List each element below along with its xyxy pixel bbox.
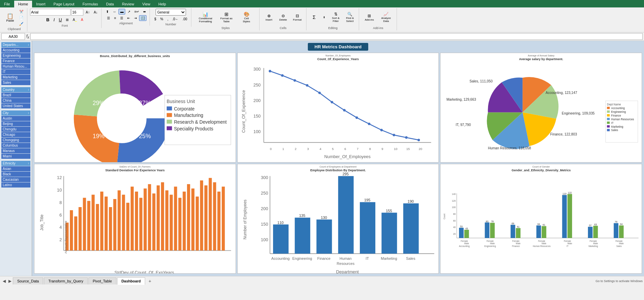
filter-manaus[interactable]: Manaus: [1, 148, 30, 153]
svg-text:9: 9: [381, 147, 383, 151]
filter-miami[interactable]: Miami: [1, 154, 30, 159]
comma-button[interactable]: ,: [166, 16, 170, 22]
tab-transform[interactable]: Transform_by_Query: [44, 277, 88, 284]
ethnicity-filter-header[interactable]: Ethnicity ↕: [1, 161, 30, 166]
tab-review[interactable]: Review: [118, 1, 138, 7]
paste-button[interactable]: 📋 Paste: [3, 9, 17, 26]
find-select-button[interactable]: 🔍 Find &Select: [343, 9, 357, 26]
border-button[interactable]: ⊞: [64, 17, 70, 23]
font-name-input[interactable]: [30, 9, 71, 16]
tab-insert[interactable]: Insert: [32, 1, 50, 7]
currency-button[interactable]: $: [153, 16, 158, 22]
filter-it[interactable]: IT: [1, 69, 30, 74]
add-ins-button[interactable]: ⊞ Add-ins: [362, 9, 377, 26]
country-sort-icon[interactable]: ↕: [28, 88, 29, 91]
filter-austin[interactable]: Austin: [1, 116, 30, 121]
filter-finance[interactable]: Finance: [1, 58, 30, 64]
tab-help[interactable]: Help: [154, 1, 170, 7]
filter-marketing[interactable]: Marketing: [1, 75, 30, 80]
decrease-decimal-button[interactable]: .0←: [170, 16, 180, 22]
orientation-button[interactable]: ↗: [126, 9, 132, 15]
insert-button[interactable]: ⊕ Insert: [262, 9, 276, 26]
ethnicity-sort-icon[interactable]: ↕: [28, 162, 29, 165]
filter-china[interactable]: China: [1, 98, 30, 103]
filter-hr[interactable]: Human Resou...: [1, 64, 30, 69]
department-filter-header[interactable]: Departm... ↕: [1, 42, 30, 47]
format-painter-button[interactable]: 🖌️: [18, 21, 25, 27]
filter-engineering[interactable]: Engineering: [1, 53, 30, 58]
decrease-indent-button[interactable]: ⇤: [126, 15, 132, 21]
copy-button[interactable]: 📄: [18, 15, 25, 21]
font-color-button[interactable]: A: [79, 17, 85, 23]
filter-us[interactable]: United States: [1, 103, 30, 108]
cut-button[interactable]: ✂️: [18, 9, 25, 15]
sort-filter-button[interactable]: ⇅ Sort &Filter: [329, 9, 343, 26]
increase-decimal-button[interactable]: .00: [181, 16, 189, 22]
align-bottom-button[interactable]: ▬: [118, 9, 125, 15]
country-filter-header[interactable]: Country ↕: [1, 87, 30, 92]
align-top-button[interactable]: ⬆: [104, 9, 110, 15]
underline-button[interactable]: U: [57, 16, 63, 23]
sheet-nav-left[interactable]: ◀: [1, 279, 7, 283]
tab-formulas[interactable]: Formulas: [78, 1, 102, 7]
tab-dashboard[interactable]: Dashboard: [117, 277, 145, 285]
align-right-button[interactable]: ☰: [118, 15, 125, 21]
percent-button[interactable]: %: [159, 16, 165, 22]
add-sheet-button[interactable]: +: [146, 278, 154, 284]
wrap-text-button[interactable]: ≡↵: [133, 9, 141, 15]
cell-reference-input[interactable]: [1, 33, 25, 40]
analyze-data-button[interactable]: 📈 AnalyzeData: [378, 9, 395, 26]
filter-columbus[interactable]: Columbus: [1, 143, 30, 148]
alignment-label: Alignment: [119, 22, 133, 25]
filter-black[interactable]: Black: [1, 172, 30, 177]
align-middle-button[interactable]: ↔: [111, 9, 118, 15]
filter-sales[interactable]: Sales: [1, 80, 30, 85]
svg-rect-137: [316, 220, 332, 254]
fill-button[interactable]: ⬇: [320, 9, 328, 26]
number-format-btn[interactable]: 🔢: [139, 15, 146, 21]
format-button[interactable]: ⊟ Format: [291, 9, 304, 26]
filter-chengdu[interactable]: Chengdu: [1, 127, 30, 132]
align-left-button[interactable]: ☰: [105, 15, 112, 21]
filter-brazil[interactable]: Brazil: [1, 93, 30, 98]
formula-bar: fx: [0, 32, 644, 41]
tab-view[interactable]: View: [138, 1, 155, 7]
tab-pivot[interactable]: Pivot_Table: [88, 277, 116, 284]
number-format-select[interactable]: General Number Currency Accounting Date …: [156, 9, 186, 16]
autosum-button[interactable]: Σ: [309, 9, 319, 26]
department-sort-icon[interactable]: ↕: [28, 43, 29, 46]
city-sort-icon[interactable]: ↕: [28, 111, 29, 115]
increase-indent-button[interactable]: ⇥: [132, 15, 138, 21]
tab-page-layout[interactable]: Page Layout: [50, 1, 79, 7]
merge-button[interactable]: ⬌: [141, 9, 147, 15]
filter-beijing[interactable]: Beijing: [1, 121, 30, 126]
filter-caucasian[interactable]: Caucasian: [1, 177, 30, 182]
italic-button[interactable]: I: [52, 16, 56, 23]
tab-home[interactable]: Home: [14, 1, 32, 7]
font-size-input[interactable]: [71, 9, 83, 16]
svg-text:Marketing: Marketing: [589, 245, 598, 248]
tab-data[interactable]: Data: [102, 1, 118, 7]
decrease-font-button[interactable]: A↓: [92, 9, 100, 15]
filter-accounting[interactable]: Accounting: [1, 48, 30, 53]
svg-text:27%: 27%: [139, 100, 151, 106]
align-center-button[interactable]: ≡: [112, 15, 118, 21]
filter-chicago[interactable]: Chicago: [1, 132, 30, 137]
tab-file[interactable]: File: [0, 1, 14, 7]
increase-font-button[interactable]: A↑: [84, 9, 91, 15]
bold-button[interactable]: B: [45, 16, 51, 23]
formula-input[interactable]: [30, 33, 643, 40]
format-as-table-button[interactable]: ⊞ Format asTable: [216, 9, 237, 26]
filter-asian[interactable]: Asian: [1, 166, 30, 171]
sheet-nav-right[interactable]: ▶: [7, 279, 13, 283]
cell-styles-button[interactable]: 🎨 CellStyles: [237, 9, 256, 26]
delete-button[interactable]: ⊖ Delete: [276, 9, 290, 26]
city-filter-header[interactable]: City ↕: [1, 110, 30, 116]
filter-latino[interactable]: Latino: [1, 182, 30, 188]
fill-color-button[interactable]: A_: [71, 17, 78, 23]
filter-chongqing[interactable]: Chongqing: [1, 138, 30, 143]
main-area: Departm... ↕ Accounting Engineering Fina…: [0, 41, 644, 276]
tab-source-data[interactable]: Source_Data: [13, 277, 43, 284]
conditional-formatting-button[interactable]: 📊 ConditionalFormatting: [195, 9, 216, 26]
stddev-subtitle: StdDev of Count_Of_Farmers: [36, 166, 234, 168]
